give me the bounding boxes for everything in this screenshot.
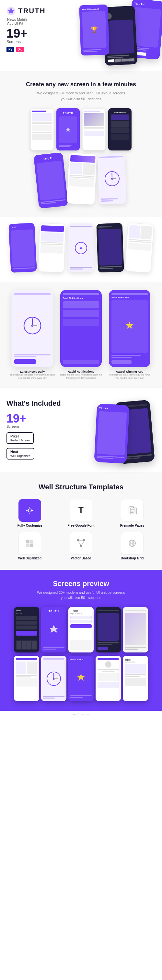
pc3-l2 bbox=[84, 129, 104, 129]
prev2-center bbox=[43, 614, 65, 647]
cas5-c2 bbox=[140, 226, 152, 239]
svg-rect-24 bbox=[30, 539, 33, 543]
key-1 bbox=[16, 641, 21, 649]
prev-phone-4 bbox=[95, 607, 121, 652]
template-icon-1 bbox=[19, 499, 41, 522]
prev3-field2 bbox=[70, 620, 92, 623]
prev6-c1 bbox=[16, 662, 26, 674]
prev-phone-5 bbox=[123, 607, 148, 652]
logo-area: TRUTH bbox=[6, 6, 58, 16]
clock-svg bbox=[104, 170, 121, 187]
prev7-l1 bbox=[43, 696, 65, 697]
template-icon-3 bbox=[121, 499, 143, 522]
prev3-logo: TRUTH bbox=[70, 610, 92, 612]
cas4-l1 bbox=[100, 266, 122, 267]
prev8-center bbox=[70, 662, 92, 695]
included-right: TRUTH bbox=[84, 398, 156, 463]
included-phone-front: TRUTH bbox=[94, 403, 129, 463]
svg-rect-29 bbox=[80, 545, 82, 547]
fp3-l1 bbox=[111, 355, 141, 356]
fp1-bar bbox=[14, 293, 51, 295]
prev1-screen: Truth Sign Up bbox=[14, 607, 39, 652]
pc4-n4 bbox=[111, 134, 129, 140]
prev1-logo: Truth bbox=[16, 610, 37, 612]
preview-subtitle: We designed 20+ modern and useful UI uni… bbox=[5, 590, 157, 601]
fp2-notifs bbox=[63, 301, 99, 358]
ip-front-screen: TRUTH bbox=[94, 403, 129, 463]
prev-phone-1: Truth Sign Up bbox=[14, 607, 39, 652]
fp3-title: Award Wining App bbox=[111, 296, 148, 298]
fp2-n2 bbox=[63, 310, 99, 317]
prev4-btn bbox=[97, 647, 108, 650]
phone3-line1 bbox=[83, 49, 101, 51]
screens-count: 19+ bbox=[6, 27, 58, 40]
p1-img3 bbox=[32, 134, 52, 140]
cascade-3 bbox=[68, 223, 94, 272]
included-left: What's Included 19+ Screens Pixel Perfec… bbox=[6, 399, 84, 461]
pw2-row bbox=[70, 162, 95, 175]
cas2-header bbox=[41, 225, 64, 232]
cascade-4 bbox=[96, 223, 124, 273]
tab-dot-2 bbox=[115, 59, 121, 62]
tab-dot-3 bbox=[122, 59, 128, 62]
cas5-row bbox=[129, 225, 152, 240]
cas5-img2 bbox=[128, 243, 151, 251]
cas3-l2 bbox=[70, 269, 83, 269]
section-create: Create any new screen in a few minutes W… bbox=[0, 72, 162, 217]
badge-neat-sub: Well-Organized bbox=[10, 454, 30, 458]
included-stat-label: Screens bbox=[6, 425, 84, 428]
fp1-l2 bbox=[14, 356, 36, 357]
prev7-bar bbox=[43, 658, 65, 660]
prev-phone-10: Hello, bbox=[123, 656, 148, 701]
prev6-c2 bbox=[27, 662, 37, 674]
cascade-2 bbox=[38, 223, 65, 273]
prev9-bar bbox=[97, 658, 119, 660]
prev6-l1 bbox=[16, 675, 37, 676]
pw2-header bbox=[70, 155, 95, 163]
cas3-center bbox=[70, 229, 92, 267]
prev5-img bbox=[125, 613, 146, 645]
tab-dot-4 bbox=[128, 58, 134, 61]
clock-header bbox=[99, 156, 124, 158]
section-templates: Well Structure Templates Fully Customize… bbox=[0, 473, 162, 570]
prev2-trophy bbox=[47, 624, 60, 636]
feature-phone-2: Push Notifications bbox=[60, 290, 102, 368]
cas3-header bbox=[70, 226, 92, 228]
pc3-header bbox=[84, 111, 100, 112]
phone-create-4: Notifications bbox=[108, 108, 132, 151]
cas1-img bbox=[10, 229, 35, 267]
prev2-logo: TRUTH bbox=[43, 610, 65, 612]
pc2-img bbox=[59, 116, 77, 143]
phone2-line1 bbox=[107, 55, 129, 57]
template-icon-2: T bbox=[70, 499, 92, 522]
lg-phone-logo: TRUTH bbox=[36, 156, 62, 162]
prev8-l1 bbox=[70, 695, 92, 696]
prev10-bar bbox=[125, 662, 135, 662]
pc3-l1 bbox=[84, 127, 104, 128]
template-label-5: Vector Based bbox=[71, 557, 91, 560]
tagline: News Mobile App UI Kit bbox=[7, 18, 58, 25]
phone3-line2 bbox=[83, 51, 97, 52]
template-label-2: Free Google Font bbox=[68, 524, 95, 527]
phones-cascade-section: TRUTH bbox=[0, 217, 162, 282]
ip-front-logo: TRUTH bbox=[99, 407, 127, 410]
svg-rect-28 bbox=[83, 539, 85, 541]
included-badges: Pixel Perfect Screen Neat Well-Organized bbox=[6, 432, 84, 461]
feature-title-2: Rapid Notifications bbox=[68, 370, 94, 373]
prev3-keyboard bbox=[70, 640, 92, 650]
pc2-line1 bbox=[59, 145, 71, 146]
phone-create-3 bbox=[82, 108, 106, 151]
hero-right: TRUTH bbox=[58, 0, 162, 72]
create-subtitle: We designed 19+ modern and useful UI uni… bbox=[6, 91, 156, 102]
logo-text: TRUTH bbox=[18, 7, 46, 15]
fp1-btn bbox=[14, 359, 36, 364]
badge-pixel: Pixel Perfect Screen bbox=[6, 432, 34, 444]
prev8-title: Award Wining bbox=[70, 658, 92, 660]
cas1-l1 bbox=[12, 267, 35, 269]
p1-line3 bbox=[32, 132, 52, 133]
fp3-trophy-svg bbox=[124, 321, 135, 332]
pages-icon bbox=[128, 506, 137, 515]
p1-img2 bbox=[32, 125, 52, 131]
p1-line1 bbox=[32, 122, 52, 123]
template-item-5: Vector Based bbox=[58, 532, 104, 560]
